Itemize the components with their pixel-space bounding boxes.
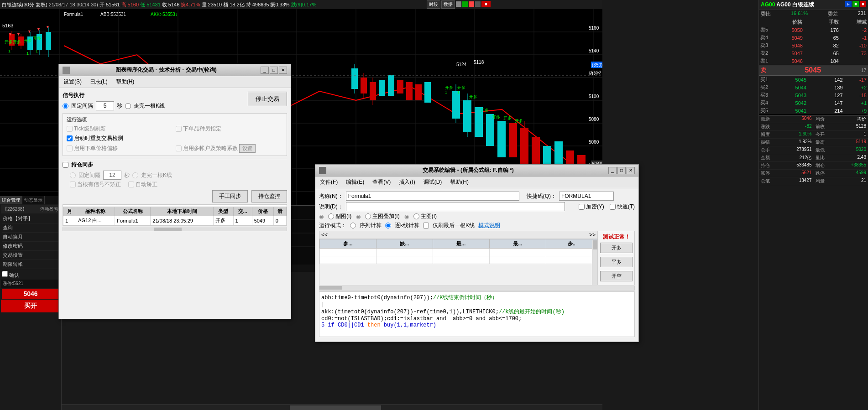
close-button[interactable]: ✕ [279,67,287,74]
desc-input[interactable] [346,202,565,211]
nav-row[interactable]: << >> [319,231,597,239]
svg-rect-38 [415,84,422,100]
code-editor[interactable]: abb:time0-timetot0(dynainfo(207));//K线结束… [319,291,635,337]
menu-help[interactable]: 帮助(H) [114,77,136,87]
desc-label: 说明(D)： [319,203,343,211]
interval-input[interactable] [96,101,114,110]
sub-graph-label[interactable]: 副图(I) [328,213,351,220]
name-input[interactable] [346,192,519,201]
dialog-window-controls[interactable]: _ □ ✕ [261,67,287,74]
menu-items[interactable]: 价格【对手】 查询 自动换月 修改密码 交易设置 期限转帐 [1,213,60,270]
kline-calc-radio[interactable] [385,223,391,228]
menu-edit[interactable]: 编辑(E) [344,177,366,187]
signal-radio-row[interactable]: 固定间隔 秒 走完一根K线 [63,101,165,110]
left-panel-tabs[interactable]: 综合管理 动态显示 [0,196,61,204]
run-options-grid[interactable]: Tick级别刷新 下单品种另指定 启动时重复交易检测 启用下单价格偏移 [67,125,283,153]
signal-correct-cb [70,182,76,187]
params-scrollbar-h[interactable] [319,286,635,291]
red-square-icon[interactable]: ■ [860,1,866,7]
walk-k-radio[interactable] [125,103,131,109]
orderbook-controls[interactable]: F ■ ■ [845,1,866,9]
menu-file[interactable]: 文件(F) [318,177,340,187]
main-graph-radio[interactable] [413,213,419,219]
startup-check-checkbox[interactable] [67,135,73,141]
dialog-icon [63,67,70,74]
confirm-checkbox[interactable] [2,271,8,277]
open-short-button[interactable]: 开空 [600,271,633,281]
startup-check-label[interactable]: 启动时重复交易检测 [67,135,174,142]
settings-icon[interactable] [456,1,461,7]
svg-text:▼: ▼ [27,29,31,34]
signal-left: 信号执行 固定间隔 秒 走完一根K线 [63,92,165,110]
sub-graph-radio[interactable] [328,213,334,219]
params-scrollbar-v[interactable] [592,240,597,285]
manual-sync-button[interactable]: 手工同步 [212,190,248,202]
action-buttons-row[interactable]: 手工同步 持仓监控 [63,190,287,202]
editor-controls[interactable]: _ □ ✕ [608,167,635,174]
menu-transfer[interactable]: 期限转帐 [2,260,59,269]
f-icon[interactable]: F [845,1,852,7]
encrypt-label[interactable]: 加密(Y) [579,203,604,211]
editor-menubar[interactable]: 文件(F) 编辑(E) 查看(V) 插入(I) 调试(D) 帮助(H) [315,176,638,188]
encrypt-checkbox[interactable] [579,204,585,210]
hold-sync-row[interactable]: 持仓同步 [63,161,287,169]
menu-help-editor[interactable]: 帮助(H) [448,177,471,187]
mode-help-link[interactable]: 模式说明 [478,222,500,229]
menu-log[interactable]: 日志(L) [88,77,110,87]
flat-long-button[interactable]: 平多 [600,257,633,267]
tab-comprehensive[interactable]: 综合管理 [0,196,22,204]
minimize-button[interactable]: _ [261,67,269,74]
tick-refresh-label: Tick级别刷新 [67,125,174,133]
walk-k-label: 走完一根K线 [134,102,165,110]
menu-settings[interactable]: 交易设置 [2,251,59,260]
position-header: 【226238】 浮动盈亏 [1,205,60,213]
nav-left-arrow[interactable]: << [321,232,328,238]
svg-text:5060: 5060 [589,140,599,145]
settings-inner-btn[interactable]: 设置 [239,144,256,153]
red-square: ■ [481,1,491,7]
price-drift-checkbox [67,145,73,151]
menu-settings[interactable]: 设置(S) [62,77,84,87]
editor-maximize-button[interactable]: □ [617,167,626,174]
horizontal-scrollbar[interactable] [62,405,602,410]
menu-query[interactable]: 查询 [2,223,59,233]
nav-right-arrow[interactable]: >> [589,232,596,238]
sync-options-row[interactable]: 固定间隔 秒 走完一根K线 [63,171,287,180]
hold-monitor-button[interactable]: 持仓监控 [251,190,287,202]
fast-checkbox[interactable] [610,204,616,210]
time-button[interactable]: 时段 [427,0,440,9]
main-graph-label[interactable]: 主图(I) [413,213,437,220]
svg-text:开多: 开多 [445,85,453,90]
overlay-radio[interactable] [365,213,371,219]
maximize-button[interactable]: □ [270,67,278,74]
chart-type-row[interactable]: ◉ 副图(I) ◉ 主图叠加(I) ◉ 主图(I) [319,213,635,220]
shortcut-input[interactable] [559,192,614,201]
menu-price[interactable]: 价格【对手】 [2,214,59,223]
fixed-interval-radio[interactable] [63,103,68,109]
menu-insert[interactable]: 插入(I) [397,177,417,187]
editor-minimize-button[interactable]: _ [608,167,617,174]
top-right-controls[interactable]: 时段 数据 ■ [427,0,491,9]
svg-text:5122: 5122 [591,70,601,75]
menu-debug[interactable]: 调试(D) [422,177,444,187]
buy-open-button[interactable]: 买开 [1,300,60,312]
stop-trading-button[interactable]: 停止交易 [248,92,287,106]
serial-calc-radio[interactable] [350,223,356,228]
run-mode-row[interactable]: 运行模式： 序列计算 逐k线计算 仅刷最后一根K线 模式说明 [319,222,635,229]
data-button[interactable]: 数据 [441,0,455,9]
tab-dynamic[interactable]: 动态显示 [22,196,45,204]
open-long-button[interactable]: 开多 [600,243,633,253]
editor-close-button[interactable]: ✕ [627,167,635,174]
green-square-icon[interactable]: ■ [852,1,859,7]
last-kline-checkbox[interactable] [423,223,429,228]
trading-dialog-menubar[interactable]: 设置(S) 日志(L) 帮助(H) [59,76,291,88]
menu-change-pwd[interactable]: 修改密码 [2,242,59,251]
table-scrollbar[interactable] [63,227,287,231]
overlay-label[interactable]: 主图叠加(I) [365,213,399,220]
hold-sync-checkbox[interactable] [63,162,68,168]
menu-view[interactable]: 查看(V) [371,177,392,187]
menu-auto-switch[interactable]: 自动换月 [2,233,59,242]
confirm-row[interactable]: 确认 [1,270,60,280]
auto-correct-cb [128,182,134,187]
fast-label[interactable]: 快速(T) [610,203,635,211]
